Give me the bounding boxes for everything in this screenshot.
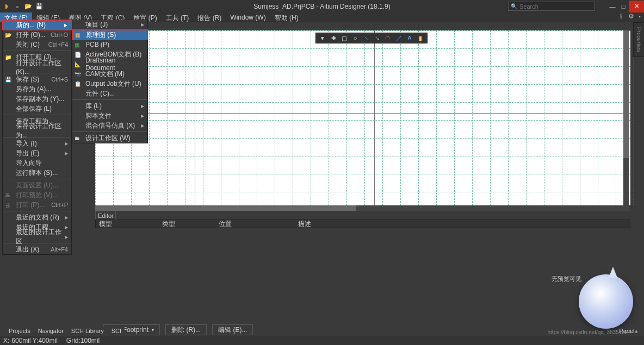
edit-button[interactable]: 编辑 (E)...	[212, 324, 253, 335]
menu-open[interactable]: 📂打开 (O)...Ctrl+O	[3, 30, 71, 40]
menu-close[interactable]: 关闭 (C)Ctrl+F4	[3, 40, 71, 49]
menu-save-workspace[interactable]: 保存设计工作区为...	[3, 126, 71, 136]
submenu-arrow-icon: ▶	[65, 141, 68, 146]
close-button[interactable]: ✕	[629, 1, 644, 12]
menu-tools[interactable]: 工具 (T)	[162, 12, 194, 22]
submenu-workspace[interactable]: 🖿设计工作区 (W)	[72, 133, 147, 143]
menu-import[interactable]: 导入 (I)▶	[3, 139, 71, 148]
menu-import-wizard[interactable]: 导入向导	[3, 158, 71, 168]
scrollbar-vertical[interactable]	[623, 30, 629, 205]
share-icon[interactable]: ⇪	[618, 12, 624, 20]
submenu-arrow-icon: ▶	[65, 235, 68, 240]
panels-button[interactable]: Panels	[616, 327, 641, 335]
search-input[interactable]	[519, 3, 595, 10]
menu-recent-docs[interactable]: 最近的文档 (R)▶	[3, 212, 71, 222]
submenu-cam[interactable]: 📷CAM文档 (M)	[72, 69, 147, 79]
tool-line[interactable]: ／	[393, 33, 404, 43]
bottom-buttons: Add Footprint▾ 删除 (R)... 编辑 (E)...	[103, 324, 253, 335]
submenu-arrow-icon: ▶	[141, 104, 144, 109]
submenu-component[interactable]: 元件 (C)...	[72, 89, 147, 98]
menu-save-copy[interactable]: 保存副本为 (Y)...	[3, 94, 71, 104]
tab-sch-library[interactable]: SCH Library	[68, 327, 107, 335]
menu-page-setup: 页面设置 (U)...	[3, 180, 71, 190]
menu-save-as[interactable]: 另存为 (A)...	[3, 84, 71, 94]
preview-icon: 🖶	[5, 192, 13, 198]
tool-select[interactable]: ▾	[317, 33, 328, 43]
tool-text[interactable]: A	[404, 33, 415, 43]
tab-projects[interactable]: Projects	[5, 327, 34, 335]
submenu-arrow-icon: ▶	[141, 123, 144, 128]
project-icon: 📁	[5, 54, 13, 60]
tool-component[interactable]: ▮	[415, 33, 426, 43]
submenu-outputjob[interactable]: 📋Output Job文件 (U)	[72, 79, 147, 89]
submenu-script[interactable]: 脚本文件▶	[72, 111, 147, 121]
editor-tab[interactable]: Editor	[95, 211, 116, 219]
editor-panel: Editor 模型 类型 位置 描述 无预览可见	[95, 211, 630, 315]
tool-wire[interactable]: ⟍	[361, 33, 371, 43]
cam-icon: 📷	[75, 71, 82, 77]
open-icon[interactable]: 📂	[24, 2, 33, 11]
submenu-schematic[interactable]: ▦原理图 (S)	[72, 29, 148, 40]
remove-button[interactable]: 删除 (R)...	[165, 324, 207, 335]
col-desc[interactable]: 描述	[295, 220, 630, 228]
minimize-button[interactable]: —	[607, 1, 618, 12]
menu-export[interactable]: 导出 (E)▶	[3, 148, 71, 158]
settings-icon[interactable]: ⚙	[628, 12, 634, 20]
menu-exit[interactable]: 退出 (X)Alt+F4	[3, 244, 71, 254]
tool-rect[interactable]: ▢	[339, 33, 350, 43]
scrollbar-thumb[interactable]	[95, 205, 356, 211]
col-type[interactable]: 类型	[159, 220, 215, 228]
scrollbar-horizontal[interactable]	[95, 205, 629, 211]
status-grid: Grid:100mil	[66, 337, 100, 344]
tool-arc[interactable]: ◠	[382, 33, 393, 43]
print-icon: 🖨	[5, 202, 13, 208]
menu-open-workspace[interactable]: 打开设计工作区 (K)...	[3, 62, 71, 72]
menu-save[interactable]: 💾保存 (S)Ctrl+S	[3, 74, 71, 84]
app-icon: ◗	[2, 2, 11, 11]
tool-move[interactable]: ✚	[328, 33, 339, 43]
menu-report[interactable]: 报告 (R)	[193, 12, 226, 22]
new-file-icon[interactable]: ▫	[13, 2, 22, 11]
submenu-library[interactable]: 库 (L)▶	[72, 101, 147, 111]
submenu-mixedsim[interactable]: 混合信号仿真 (X)▶	[72, 121, 147, 130]
submenu-project[interactable]: 项目 (J)▶	[72, 20, 147, 30]
col-model[interactable]: 模型	[96, 220, 159, 228]
submenu-arrow-icon: ▶	[65, 151, 68, 156]
folder-open-icon: 📂	[5, 32, 13, 38]
menu-window[interactable]: Window (W)	[226, 12, 270, 22]
scrollbar-thumb[interactable]	[623, 30, 629, 158]
titlebar-quick-icons: ◗ ▫ 📂 💾	[0, 2, 44, 11]
tab-navigator[interactable]: Navigator	[35, 327, 67, 335]
menu-print: 🖨打印 (P)...Ctrl+P	[3, 200, 71, 210]
menu-help[interactable]: 帮助 (H)	[270, 12, 303, 22]
submenu-arrow-icon: ▶	[65, 225, 68, 230]
editor-header: 模型 类型 位置 描述	[95, 219, 630, 228]
menu-recent-workspaces[interactable]: 最近的设计工作区▶	[3, 232, 71, 242]
tool-net[interactable]: ↘	[371, 33, 382, 43]
outputjob-icon: 📋	[75, 81, 82, 87]
tab-properties[interactable]: Properties	[633, 22, 644, 57]
dropdown-icon[interactable]: ▾	[639, 14, 641, 19]
menu-save-all[interactable]: 全部保存 (L)	[3, 104, 71, 114]
submenu-arrow-icon: ▶	[141, 22, 144, 27]
schematic-toolbar: ▾ ✚ ▢ ○ ⟍ ↘ ◠ ／ A ▮	[315, 33, 428, 43]
bottom-tabs: Projects Navigator SCH Library SCI	[5, 327, 125, 335]
menu-new-label: 新的... (N)	[16, 21, 46, 30]
submenu-arrow-icon: ▶	[64, 23, 67, 28]
maximize-button[interactable]: □	[618, 1, 629, 12]
titlebar: ◗ ▫ 📂 💾 Sumjess_AD.PrjPCB - Altium Desig…	[0, 0, 644, 12]
submenu-pcb[interactable]: ▦PCB (P)	[72, 40, 147, 49]
tool-circle[interactable]: ○	[350, 33, 361, 43]
menu-run-script[interactable]: 运行脚本 (S)...	[3, 168, 71, 178]
save-icon[interactable]: 💾	[35, 2, 44, 11]
submenu-draftsman[interactable]: 📐Draftsman Document	[72, 59, 147, 69]
new-submenu-dropdown: 项目 (J)▶ ▦原理图 (S) ▦PCB (P) 📄ActiveBOM文档 (…	[72, 20, 148, 143]
search-box[interactable]: 🔍	[508, 2, 595, 11]
draftsman-icon: 📐	[75, 61, 82, 67]
col-location[interactable]: 位置	[215, 220, 295, 228]
tab-sch[interactable]: SCI	[108, 327, 125, 335]
menu-new[interactable]: 新的... (N) ▶	[2, 20, 72, 30]
schematic-canvas[interactable]	[95, 30, 630, 205]
pcb-icon: ▦	[75, 42, 82, 48]
status-coords: X:-600mil Y:400mil	[3, 337, 58, 344]
